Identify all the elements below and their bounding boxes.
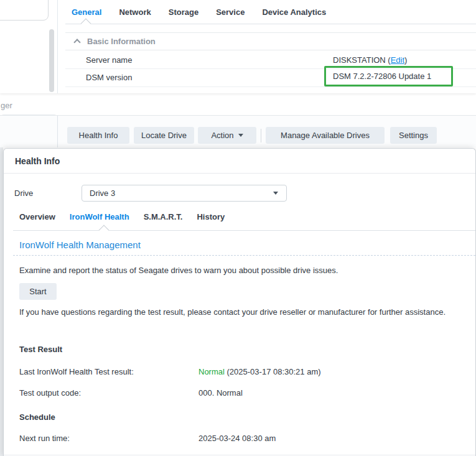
basic-information-header[interactable]: Basic Information [87, 37, 156, 46]
settings-button[interactable]: Settings [390, 127, 437, 144]
server-name-value: DISKSTATION (Edit) [333, 55, 407, 65]
tab-storage[interactable]: Storage [169, 7, 198, 17]
action-menu-button[interactable]: Action [198, 127, 256, 144]
section-top-border [65, 32, 476, 33]
dialog-tab-bar: Overview IronWolf Health S.M.A.R.T. Hist… [19, 212, 225, 221]
sidebar-scrollbar-thumb[interactable] [49, 29, 54, 92]
edit-link[interactable]: Edit [391, 55, 404, 65]
section-header-border [65, 50, 476, 50]
active-tab-notch [99, 225, 110, 236]
drive-select-dropdown[interactable]: Drive 3 [82, 185, 287, 202]
tab-underline [65, 24, 476, 24]
output-code-label: Test output code: [19, 388, 81, 398]
next-run-label: Next run time: [19, 434, 70, 443]
chevron-up-icon[interactable] [73, 39, 80, 45]
drive-select-value: Drive 3 [90, 188, 115, 198]
window-title-fragment: ger [1, 101, 12, 110]
dsm-version-label: DSM version [86, 73, 132, 82]
row-separator [65, 86, 476, 87]
tab-service[interactable]: Service [216, 7, 245, 17]
control-panel-window: General Network Storage Service Device A… [0, 0, 476, 93]
health-info-button[interactable]: Health Info [67, 127, 129, 144]
dsm-version-highlight-box: DSM 7.2.2-72806 Update 1 [324, 66, 453, 86]
health-info-dialog: Health Info Drive Drive 3 Overview IronW… [3, 148, 476, 456]
status-normal: Normal [198, 367, 225, 376]
start-button[interactable]: Start [19, 283, 57, 300]
toolbar-separator [261, 129, 261, 142]
dsm-version-value: DSM 7.2.2-72806 Update 1 [333, 72, 431, 81]
tab-network[interactable]: Network [119, 7, 151, 17]
panel-divider [57, 0, 58, 93]
test-result-heading: Test Result [19, 345, 62, 354]
ironwolf-heading: IronWolf Health Management [19, 240, 141, 250]
tab-overview[interactable]: Overview [19, 212, 55, 221]
tab-general[interactable]: General [72, 7, 101, 17]
tree-panel-divider [57, 116, 58, 147]
locate-drive-button[interactable]: Locate Drive [134, 127, 194, 144]
last-test-label: Last IronWolf Health Test result: [19, 367, 134, 376]
drive-label: Drive [14, 185, 33, 202]
search-input-partial[interactable] [0, 0, 49, 21]
output-code-value: 000. Normal [198, 388, 243, 398]
tab-history[interactable]: History [197, 212, 225, 221]
tab-device-analytics[interactable]: Device Analytics [262, 7, 326, 17]
active-tab-notch [81, 19, 91, 29]
tab-underline [13, 230, 475, 231]
next-run-value: 2025-03-24 08:30 am [198, 434, 276, 443]
reseller-note: If you have questions regarding the test… [19, 306, 453, 319]
manage-available-drives-button[interactable]: Manage Available Drives [266, 127, 385, 144]
ironwolf-description: Examine and report the status of Seagate… [19, 264, 338, 277]
caret-down-icon [273, 192, 278, 195]
dialog-title: Health Info [4, 149, 475, 174]
tab-smart[interactable]: S.M.A.R.T. [144, 212, 183, 221]
content-separator [4, 455, 475, 455]
dashed-divider [13, 255, 475, 256]
control-panel-tab-bar: General Network Storage Service Device A… [72, 7, 326, 17]
last-test-value: Normal (2025-03-17 08:30:21 am) [198, 367, 321, 376]
server-name-label: Server name [86, 55, 132, 65]
tab-ironwolf-health[interactable]: IronWolf Health [70, 212, 129, 221]
caret-down-icon [238, 134, 243, 137]
schedule-heading: Schedule [19, 412, 55, 422]
